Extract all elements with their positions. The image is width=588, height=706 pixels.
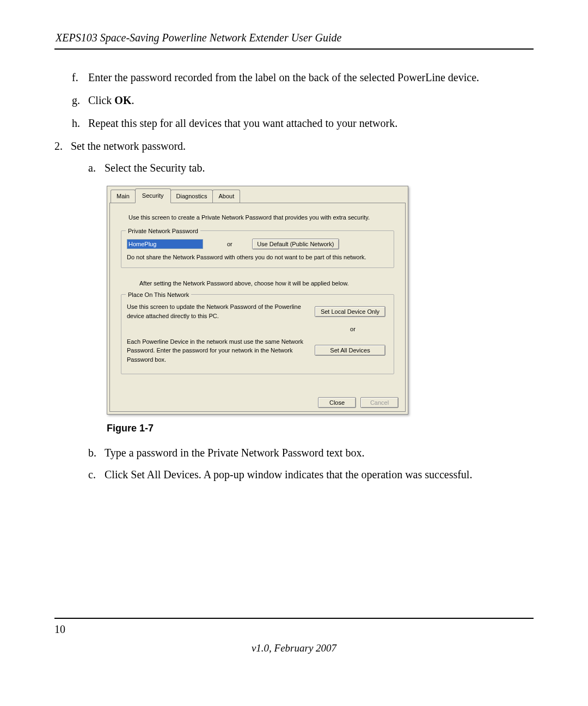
group1-title: Private Network Password — [126, 227, 200, 236]
step-2-sub: a. Select the Security tab. — [71, 160, 534, 176]
step-2b-text: Type a password in the Private Network P… — [105, 445, 364, 461]
step-h: h. Repeat this step for all devices that… — [72, 115, 534, 131]
tab-main[interactable]: Main — [111, 190, 136, 203]
page-number: 10 — [54, 623, 534, 636]
or-label-1: or — [227, 240, 232, 249]
tab-security[interactable]: Security — [135, 188, 171, 203]
page-header-title: XEPS103 Space-Saving Powerline Network E… — [54, 32, 534, 44]
step-2-sub-bc: b. Type a password in the Private Networ… — [71, 445, 534, 483]
group-place-network: Place On This Network Use this screen to… — [121, 294, 394, 374]
security-dialog: Main Security Diagnostics About Use this… — [107, 186, 408, 415]
marker-2b: b. — [88, 445, 105, 461]
group-private-password: Private Network Password or Use Default … — [121, 230, 394, 268]
step-2a: a. Select the Security tab. — [88, 160, 534, 176]
footer-version: v1.0, February 2007 — [54, 642, 534, 654]
cancel-button: Cancel — [360, 397, 399, 408]
step-2a-text: Select the Security tab. — [105, 160, 205, 176]
step-2-text: Set the network password. — [71, 140, 186, 152]
step-f-text: Enter the password recorded from the lab… — [88, 69, 479, 86]
set-all-button[interactable]: Set All Devices — [315, 345, 385, 356]
marker-2: 2. — [54, 138, 71, 488]
marker-2a: a. — [88, 160, 105, 176]
numbered-steps: 2. Set the network password. a. Select t… — [54, 138, 534, 488]
tab-about[interactable]: About — [212, 190, 240, 203]
step-g: g. Click OK. — [72, 92, 534, 108]
step-g-text: Click OK. — [88, 92, 134, 108]
tab-strip: Main Security Diagnostics About — [107, 186, 408, 203]
figure-caption: Figure 1-7 — [107, 421, 534, 436]
step-2c: c. Click Set All Devices. A pop-up windo… — [88, 466, 534, 483]
dialog-footer: Close Cancel — [318, 397, 399, 408]
marker-2c: c. — [88, 466, 105, 483]
all-text: Each Powerline Device in the network mus… — [127, 337, 312, 364]
step-h-text: Repeat this step for all devices that yo… — [88, 115, 397, 131]
marker-g: g. — [72, 92, 88, 108]
password-input[interactable] — [127, 239, 203, 249]
header-rule — [54, 48, 534, 50]
local-row: Use this screen to update the Network Pa… — [127, 302, 388, 320]
all-row: Each Powerline Device in the network mus… — [127, 337, 388, 364]
footer-rule — [54, 618, 534, 619]
password-input-row: or Use Default (Public Network) — [127, 239, 388, 249]
tab-panel: Use this screen to create a Private Netw… — [109, 203, 406, 412]
intro-text: Use this screen to create a Private Netw… — [118, 211, 397, 227]
local-text: Use this screen to update the Network Pa… — [127, 302, 312, 320]
step-f: f. Enter the password recorded from the … — [72, 69, 534, 86]
marker-f: f. — [72, 69, 88, 86]
step-2b: b. Type a password in the Private Networ… — [88, 445, 534, 461]
step-2c-text: Click Set All Devices. A pop-up window i… — [105, 466, 472, 483]
sub-steps-fg: f. Enter the password recorded from the … — [54, 69, 534, 131]
step-2: 2. Set the network password. a. Select t… — [54, 138, 534, 488]
set-local-button[interactable]: Set Local Device Only — [315, 306, 385, 317]
tab-diagnostics[interactable]: Diagnostics — [170, 190, 213, 203]
group2-title: Place On This Network — [126, 290, 191, 300]
marker-h: h. — [72, 115, 88, 131]
use-default-button[interactable]: Use Default (Public Network) — [252, 239, 339, 249]
close-button[interactable]: Close — [318, 397, 356, 408]
main-content: f. Enter the password recorded from the … — [54, 69, 534, 488]
mid-note: After setting the Network Password above… — [118, 272, 397, 290]
or-label-2: or — [317, 325, 388, 334]
warning-text: Do not share the Network Password with o… — [127, 253, 388, 262]
